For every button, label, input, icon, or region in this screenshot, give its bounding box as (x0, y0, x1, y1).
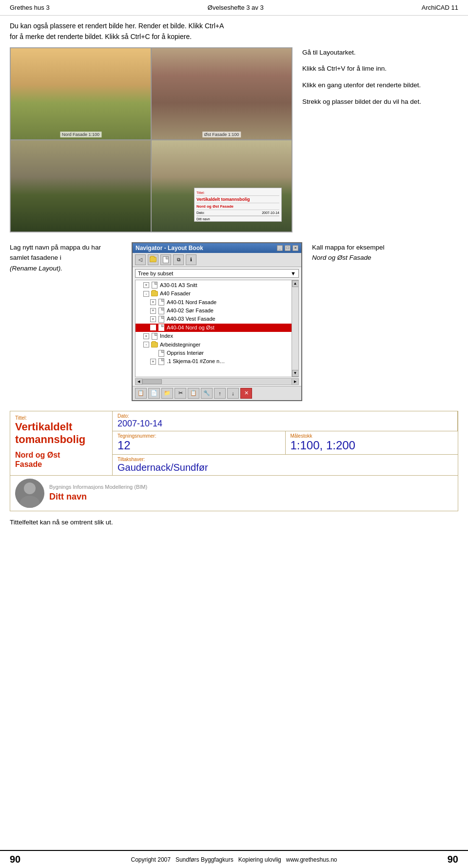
tool-btn-6[interactable]: 🔧 (201, 388, 213, 399)
tree-item-a40-folder[interactable]: - A40 Fasader (136, 289, 298, 298)
scroll-down-btn[interactable]: ▼ (292, 370, 299, 377)
pi-index (152, 333, 157, 340)
page-footer: 90 Copyright 2007 Sundførs Byggfagkurs K… (0, 850, 468, 868)
tree-label-a30: A30-01 A3 Snitt (160, 282, 197, 289)
person-svg (15, 479, 44, 508)
tree-inner: + A30-01 A3 Snitt - A40 Fasader (136, 280, 298, 367)
hscroll-left-btn[interactable]: ◀ (136, 379, 142, 385)
folder-btn[interactable] (148, 254, 158, 265)
tree-item-a4002[interactable]: + A40-02 Sør Fasade (136, 307, 298, 315)
tree-item-skjema[interactable]: + .1 Skjema-01 #Zone n… (136, 357, 298, 366)
tree-item-index[interactable]: + Index (136, 332, 298, 340)
tb-row-3: Nord og Øst Fasade (196, 203, 279, 210)
tool-btn-1[interactable]: 📋 (135, 388, 147, 399)
tree-scrollbar[interactable]: ▲ ▼ (292, 280, 298, 377)
close-button[interactable]: × (292, 245, 298, 251)
tree-label-oppriss: Oppriss Interiør (167, 349, 204, 357)
tb-row-dato: Dato: 2007-10-14 (113, 411, 458, 431)
tree-item-arbeid[interactable]: - Arbeidstegninger (136, 341, 298, 349)
tb-row-tiltakshaver: Tiltakshaver: Gaudernack/Sundfør (113, 455, 458, 475)
navigator-section: Lag nytt navn på mappa du har samlet fas… (10, 242, 458, 401)
page-icon-oppriss (157, 350, 165, 357)
house-images-container: Nord Fasade 1:100 Øst Fasade 1:100 Titte… (10, 47, 292, 232)
tool-btn-2[interactable]: 📄 (148, 388, 160, 399)
tb-dato-val-small: 2007-10-14 (262, 211, 279, 214)
tree-item-a4004[interactable]: + A40-04 Nord og Øst (136, 324, 298, 332)
main-content: Du kan også plassere et rendert bilde he… (0, 16, 468, 538)
house-render-2: Tittel: Vertikaldelt tomannsbolig Nord o… (151, 140, 292, 232)
tree-label-a40: A40 Fasader (160, 290, 191, 297)
folder-icon (150, 257, 156, 262)
tittel-label: Tittel: (15, 415, 107, 421)
expand-a4002[interactable]: + (150, 308, 156, 314)
dato-label: Dato: (117, 413, 452, 419)
page-header: Grethes hus 3 Øvelseshefte 3 av 3 ArchiC… (0, 0, 468, 16)
tb-row-bottom: Ditt navn (196, 216, 279, 221)
tb-cell-malestokk: Målestokk 1:100, 1:200 (286, 431, 458, 454)
maximize-button[interactable]: □ (285, 245, 291, 251)
expand-a4004[interactable]: + (150, 325, 156, 330)
expand-a40[interactable]: - (143, 291, 149, 297)
hscroll-track (142, 379, 292, 384)
tree-label-index: Index (160, 332, 173, 340)
subset-dropdown[interactable]: Tree by subset ▼ (135, 269, 299, 278)
expand-arbeid[interactable]: - (143, 342, 149, 347)
page-icon-a4004 (157, 324, 165, 331)
title-large: Vertikaldelt tomannsbolig (15, 421, 107, 446)
tree-item-a4001[interactable]: + A40-01 Nord Fasade (136, 298, 298, 307)
minimize-button[interactable]: _ (277, 245, 283, 251)
footer-text: Tittelfeltet kan nå se omtrent slik ut. (10, 519, 458, 526)
tree-item-a4003[interactable]: + A40-03 Vest Fasade (136, 315, 298, 323)
tool-btn-7[interactable]: ↑ (214, 388, 226, 399)
page-number-right: 90 (448, 854, 458, 865)
rename-layout-em: (Rename Layout). (10, 265, 62, 272)
tool-btn-5[interactable]: 📋 (188, 388, 199, 399)
house-images-grid: Nord Fasade 1:100 Øst Fasade 1:100 Titte… (10, 48, 292, 232)
page-icon-inner (152, 282, 157, 289)
hscroll-thumb[interactable] (142, 379, 162, 384)
info-btn[interactable]: ℹ (186, 254, 196, 265)
tree-item-a30[interactable]: + A30-01 A3 Snitt (136, 281, 298, 289)
pi-a4003 (158, 316, 164, 323)
expand-a4001[interactable]: + (150, 299, 156, 305)
expand-index[interactable]: + (143, 333, 149, 339)
right-instruction: Kall mappa for eksempel Nord og Øst Fasa… (312, 242, 458, 263)
tool-btn-3[interactable]: 📁 (161, 388, 173, 399)
header-center: Øvelseshefte 3 av 3 (208, 4, 264, 11)
tool-btn-8[interactable]: ↓ (227, 388, 239, 399)
page-icon-a4003 (157, 316, 165, 323)
tb-logo-text: Bygnings Informasjons Modellering (BIM) … (49, 484, 453, 502)
pi-a4001 (158, 299, 164, 306)
tree-item-oppriss[interactable]: + Oppriss Interiør (136, 349, 298, 357)
intro-text: Du kan også plassere et rendert bilde he… (10, 20, 458, 42)
expand-a30[interactable]: + (143, 282, 149, 288)
tree-label-a4001: A40-01 Nord Fasade (167, 299, 216, 306)
tb-row-tegnr-mal: Tegningsnummer: 12 Målestokk 1:100, 1:20… (113, 431, 458, 455)
pi-oppriss (158, 350, 164, 357)
horizontal-scrollbar[interactable]: ◀ ▶ (135, 378, 299, 385)
page-icon-a4002 (157, 308, 165, 314)
scroll-up-btn[interactable]: ▲ (292, 280, 299, 287)
back-button[interactable]: ◁ (135, 254, 146, 265)
tb-row-dato: Dato: 2007-10-14 (196, 210, 279, 216)
expand-a4003[interactable]: + (150, 316, 156, 322)
pi-a4004 (158, 324, 164, 331)
intro-line1: Du kan også plassere et rendert bilde he… (10, 20, 458, 31)
expand-skjema[interactable]: + (150, 359, 156, 365)
tree-label-arbeid: Arbeidstegninger (160, 341, 200, 348)
titlebar-buttons: _ □ × (277, 245, 298, 251)
copy-btn[interactable]: ⧉ (173, 254, 184, 265)
header-right: ArchiCAD 11 (422, 4, 458, 11)
subset-chevron: ▼ (291, 270, 296, 276)
tool-btn-4[interactable]: ✂ (175, 388, 186, 399)
title-block-section: Tittel: Vertikaldelt tomannsbolig Nord o… (10, 411, 458, 511)
sidebar-para2: Klikk så Ctrl+V for å lime inn. (302, 63, 458, 74)
delete-button[interactable]: ✕ (240, 388, 252, 399)
page-icon-a4001 (157, 299, 165, 306)
tb-cell-dato: Dato: 2007-10-14 (113, 411, 458, 431)
page-btn[interactable] (160, 254, 171, 265)
right-instruction-em: Nord og Øst Fasade (312, 254, 371, 261)
page-icon-a30 (151, 282, 158, 289)
tiltakshaver-label: Tiltakshaver: (117, 457, 453, 462)
hscroll-right-btn[interactable]: ▶ (292, 379, 298, 385)
